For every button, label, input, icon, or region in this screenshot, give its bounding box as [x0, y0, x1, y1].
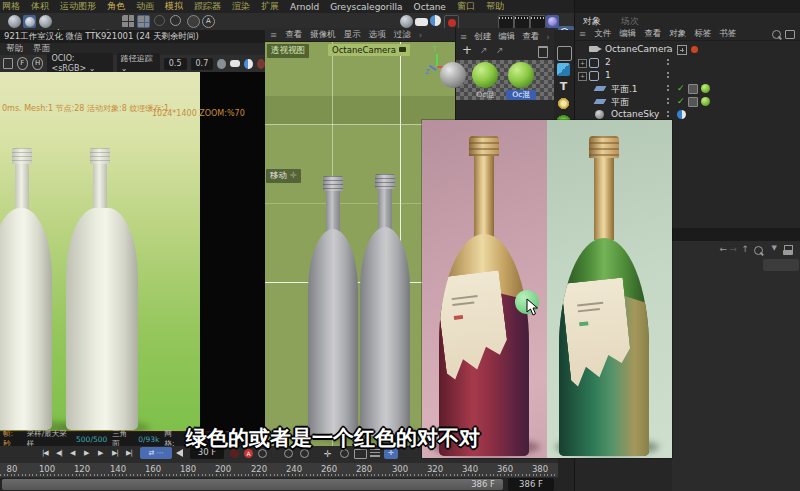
a-circle-icon[interactable]: A	[202, 15, 215, 28]
home-icon[interactable]	[785, 30, 795, 39]
vp-menu-filter[interactable]: 过滤	[394, 29, 411, 41]
menu-window[interactable]: 窗口	[457, 0, 475, 13]
material-tag-icon[interactable]	[701, 84, 710, 93]
burger-icon[interactable]: ≡	[270, 30, 277, 40]
record-tag-icon[interactable]	[691, 46, 698, 53]
lv-pill-icon[interactable]	[230, 60, 240, 67]
sphere-tool-icon[interactable]	[8, 15, 21, 28]
burger-icon[interactable]: ≡	[579, 29, 586, 39]
forward-arrow-icon[interactable]: →	[729, 244, 737, 254]
grid-snap-active-icon[interactable]	[137, 15, 150, 28]
hdri-tag-icon[interactable]	[677, 110, 686, 119]
material-name[interactable]: Oc混	[470, 90, 500, 100]
om-menu-bookmarks[interactable]: 书签	[719, 28, 736, 40]
render-view-icon[interactable]	[498, 15, 514, 29]
prev-frame-button[interactable]: ◀	[70, 449, 74, 457]
visibility-dots[interactable]	[667, 59, 670, 67]
tree-row-null-2[interactable]: + 2	[575, 56, 800, 69]
range-end-field[interactable]: 386 F	[508, 478, 554, 491]
selection-box-icon[interactable]	[557, 46, 572, 61]
arrow-up-icon[interactable]: ↗	[480, 45, 488, 55]
search-icon[interactable]	[754, 246, 763, 255]
film-settings-icon[interactable]: F	[17, 57, 28, 70]
exposure-field[interactable]: 0.7	[191, 58, 214, 70]
menu-simulate[interactable]: 模拟	[165, 0, 183, 13]
tree-row-null-1[interactable]: + 1	[575, 69, 800, 82]
hdr-settings-icon[interactable]: H	[32, 57, 43, 70]
up-arrow-icon[interactable]: ↑	[741, 244, 749, 254]
menu-octane[interactable]: Octane	[414, 2, 446, 12]
visibility-dots[interactable]	[667, 46, 670, 54]
check-icon[interactable]: ✓	[677, 83, 685, 93]
expander-icon[interactable]: +	[578, 72, 587, 81]
vp-menu-display[interactable]: 显示	[344, 29, 361, 41]
selected-sphere-tool-icon[interactable]	[23, 15, 36, 28]
lv-menu-help[interactable]: 帮助	[6, 43, 23, 55]
goto-start-button[interactable]: |◀	[42, 449, 48, 457]
goto-end-button[interactable]: ▶|	[126, 449, 132, 457]
menu-tracker[interactable]: 跟踪器	[194, 0, 221, 13]
lv-half-icon[interactable]	[244, 59, 253, 69]
vp-menu-cameras[interactable]: 摄像机	[310, 29, 336, 41]
om-menu-edit[interactable]: 编辑	[619, 28, 636, 40]
visibility-dots[interactable]	[667, 98, 670, 106]
target-tag-icon[interactable]	[677, 45, 687, 55]
lv-cam-icon[interactable]	[257, 59, 266, 69]
octane-pill-icon[interactable]	[415, 18, 428, 26]
dark-circle-icon[interactable]	[187, 15, 200, 28]
menu-character[interactable]: 角色	[107, 0, 125, 13]
preview-range-bar[interactable]: 386 F	[2, 479, 503, 490]
speaker-icon[interactable]	[176, 449, 183, 457]
ring-tool-dim-icon[interactable]	[154, 15, 165, 26]
lock-resolution-icon[interactable]	[3, 58, 13, 69]
next-frame-button[interactable]: ▶	[98, 449, 102, 457]
menu-extensions[interactable]: 扩展	[261, 0, 279, 13]
text-tool-icon[interactable]: T	[557, 80, 570, 93]
chevron-right-icon[interactable]: ›	[419, 30, 422, 40]
attribute-filter-field[interactable]	[763, 259, 799, 271]
material-tag-icon[interactable]	[701, 97, 710, 106]
tree-row-plane1[interactable]: 平面.1 ✓	[575, 82, 800, 95]
om-menu-file[interactable]: 文件	[594, 28, 611, 40]
octane-ball-icon[interactable]	[400, 15, 413, 28]
material-name-selected[interactable]: Oc混	[506, 90, 536, 100]
material-swatch-gray[interactable]	[440, 62, 466, 88]
burger-icon[interactable]: ≡	[460, 32, 467, 42]
menu-arnold[interactable]: Arnold	[290, 2, 319, 12]
back-arrow-icon[interactable]: ←	[719, 244, 727, 254]
render-to-pv-icon[interactable]	[514, 15, 530, 29]
material-sphere-icon[interactable]	[546, 15, 559, 28]
gamma-field[interactable]: 0.5	[164, 58, 187, 70]
light-icon[interactable]	[557, 97, 570, 110]
menu-help[interactable]: 帮助	[486, 0, 504, 13]
visibility-dots[interactable]	[667, 72, 670, 80]
octane-half-icon[interactable]	[430, 15, 441, 26]
trash-icon[interactable]	[538, 46, 548, 58]
menu-mograph[interactable]: 运动图形	[60, 0, 96, 13]
prev-key-button[interactable]: ◀|	[56, 449, 62, 457]
expander-icon[interactable]: +	[578, 59, 587, 68]
visibility-dots[interactable]	[667, 111, 670, 119]
filter-icon[interactable]: ▼	[772, 244, 777, 252]
mat-menu-edit[interactable]: 编辑	[498, 31, 515, 43]
loop-mode-button[interactable]: ⇄ ⋯	[140, 447, 172, 459]
play-button[interactable]: ▶	[84, 449, 88, 457]
menu-render[interactable]: 渲染	[232, 0, 250, 13]
ring-tool-icon[interactable]	[170, 15, 181, 26]
vp-menu-options[interactable]: 选项	[369, 29, 386, 41]
cube-icon[interactable]	[557, 63, 570, 76]
next-key-button[interactable]: ▶|	[112, 449, 118, 457]
material-swatch-green-1[interactable]	[472, 62, 498, 88]
om-menu-view[interactable]: 查看	[644, 28, 661, 40]
view-label-chip[interactable]: 透视视图	[267, 44, 309, 58]
mat-menu-view[interactable]: 查看	[522, 31, 539, 43]
lv-ball-icon[interactable]	[217, 59, 226, 69]
menu-mesh[interactable]: 网格	[2, 0, 20, 13]
camera-label-chip[interactable]: OctaneCamera	[328, 44, 410, 56]
object-tag-icon[interactable]	[688, 97, 698, 107]
tree-row-octanecamera[interactable]: OctaneCamera	[575, 43, 800, 56]
om-menu-objects[interactable]: 对象	[669, 28, 686, 40]
tree-row-plane[interactable]: 平面 ✓	[575, 95, 800, 108]
sphere-arrow-tool-icon[interactable]	[39, 15, 52, 28]
menu-greyscalegorilla[interactable]: Greyscalegorilla	[330, 2, 402, 12]
